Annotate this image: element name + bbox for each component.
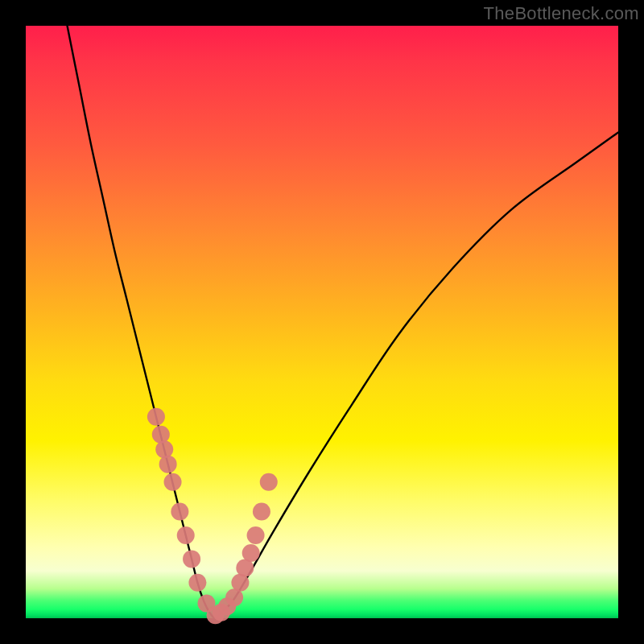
bottleneck-curve bbox=[68, 26, 618, 618]
highlight-marker bbox=[164, 473, 182, 491]
highlight-marker bbox=[183, 550, 200, 568]
curve-svg bbox=[26, 26, 618, 618]
watermark-text: TheBottleneck.com bbox=[484, 3, 639, 24]
highlight-marker bbox=[177, 526, 195, 544]
highlight-marker bbox=[188, 574, 206, 592]
highlight-marker bbox=[152, 426, 170, 444]
highlight-marker bbox=[155, 440, 173, 458]
highlight-marker bbox=[253, 503, 270, 521]
highlight-marker bbox=[147, 408, 165, 426]
plot-area bbox=[26, 26, 618, 618]
chart-frame: TheBottleneck.com bbox=[0, 0, 644, 644]
highlight-marker bbox=[171, 503, 188, 521]
highlight-markers bbox=[147, 408, 278, 625]
highlight-marker bbox=[247, 526, 265, 544]
highlight-marker bbox=[159, 456, 177, 473]
highlight-marker bbox=[242, 544, 260, 562]
highlight-marker bbox=[260, 473, 278, 491]
